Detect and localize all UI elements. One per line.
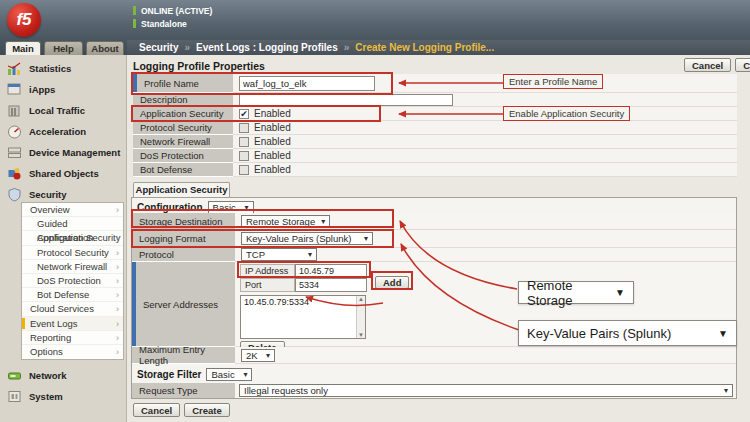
sidebar-item-acceleration[interactable]: Acceleration [0,121,127,142]
callout-key-value-pairs: Key-Value Pairs (Splunk)▼ [518,320,737,346]
server-addresses-listbox[interactable]: 10.45.0.79:5334 ▲▼ [240,295,366,339]
sidebar-item-statistics[interactable]: Statistics [0,58,127,79]
server-addresses-label: Server Addresses [132,262,235,347]
storage-filter-heading: Storage Filter [137,369,201,380]
enabled-text: Enabled [254,150,291,161]
description-label: Description [133,93,233,107]
sidebar-item-device-management[interactable]: Device Management [0,142,127,163]
sidebar: Statistics iApps Local Traffic Accelerat… [0,55,127,422]
configuration-heading: Configuration [137,202,203,213]
protocol-security-checkbox[interactable] [239,123,249,133]
ip-address-input[interactable] [295,264,367,278]
scroll-up-icon[interactable]: ▲ [358,296,364,302]
dos-protection-checkbox[interactable] [239,151,249,161]
breadcrumb-logging-profiles[interactable]: Event Logs : Logging Profiles [196,42,338,53]
cancel-button-bottom[interactable]: Cancel [133,403,180,417]
logging-format-select[interactable]: Key-Value Pairs (Splunk) [241,232,373,245]
tab-application-security[interactable]: Application Security [133,182,230,197]
submenu-event-logs[interactable]: Event Logs› [22,317,123,331]
row-protocol-security: Protocol Security Enabled [133,121,737,135]
main-tab-strip: Main Help About [0,40,127,55]
sidebar-item-label: Security [29,189,67,200]
device-status: ONLINE (ACTIVE) Standalone [133,5,212,31]
profile-name-label: Profile Name [133,74,233,93]
row-logging-format: Logging Format Key-Value Pairs (Splunk) [132,230,736,248]
submenu-application-security[interactable]: Application Security› [22,231,123,245]
application-security-panel: Configuration Basic Storage Destination … [131,197,737,399]
enabled-text: Enabled [254,136,291,147]
network-firewall-checkbox[interactable] [239,137,249,147]
chevron-right-icon: › [116,288,119,302]
status-standalone-text: Standalone [141,19,187,29]
submenu-reporting[interactable]: Reporting› [22,331,123,345]
breadcrumb-separator-icon: » [184,42,190,53]
row-bot-defense: Bot Defense Enabled [133,163,737,177]
breadcrumb-security[interactable]: Security [139,42,178,53]
storage-destination-label: Storage Destination [132,213,235,230]
f5-bigip-window: f5 ONLINE (ACTIVE) Standalone Main Help … [0,0,750,422]
submenu-guided-configuration[interactable]: Guided Configuration [22,217,123,231]
statistics-icon [7,61,22,76]
sidebar-item-label: Statistics [29,63,71,74]
server-address-list-item[interactable]: 10.45.0.79:5334 [241,296,365,308]
main-content: Cancel Create Logging Profile Properties… [127,55,750,422]
cancel-button-top[interactable]: Cancel [684,58,731,72]
chevron-right-icon: › [116,260,119,274]
system-icon [7,389,22,404]
sidebar-item-label: System [29,391,63,402]
shared-objects-icon [7,166,22,181]
sidebar-item-network[interactable]: Network [0,365,127,386]
storage-destination-select[interactable]: Remote Storage [241,215,330,228]
enabled-text: Enabled [254,164,291,175]
add-button[interactable]: Add [375,276,409,289]
request-type-select[interactable]: Illegal requests only [239,384,733,397]
protocol-select[interactable]: TCP [241,248,317,261]
scroll-down-icon[interactable]: ▼ [358,332,364,338]
application-security-checkbox[interactable] [239,109,249,119]
row-dos-protection: DoS Protection Enabled [133,149,737,163]
listbox-scrollbar[interactable]: ▲▼ [356,296,365,338]
chevron-down-icon: ▼ [718,328,728,339]
bot-defense-checkbox[interactable] [239,165,249,175]
chevron-right-icon: › [116,203,119,217]
submenu-protocol-security[interactable]: Protocol Security› [22,246,123,260]
chevron-right-icon: › [116,331,119,345]
create-button-top[interactable]: Create [735,58,750,72]
submenu-dos-protection[interactable]: DoS Protection› [22,274,123,288]
row-request-type: Request Type Illegal requests only [132,383,736,398]
submenu-options[interactable]: Options› [22,345,123,359]
row-protocol: Protocol TCP [132,248,736,262]
profile-name-input[interactable] [239,76,375,91]
device-management-icon [7,145,22,160]
note-enable-application-security: Enable Application Security [503,106,630,121]
sidebar-item-label: Acceleration [29,126,86,137]
maximum-entry-length-select[interactable]: 2K [241,349,275,362]
submenu-network-firewall[interactable]: Network Firewall› [22,260,123,274]
submenu-bot-defense[interactable]: Bot Defense› [22,288,123,302]
port-input[interactable] [295,278,367,292]
port-label: Port [240,278,295,292]
submenu-overview[interactable]: Overview› [22,203,123,217]
breadcrumb: Security » Event Logs : Logging Profiles… [127,40,750,55]
protocol-label: Protocol [132,248,235,262]
top-header-bar: f5 ONLINE (ACTIVE) Standalone [0,0,750,40]
chevron-right-icon: › [116,231,119,245]
status-green-bar-icon [133,19,136,28]
logging-profile-properties-table: Profile Name Description Application Sec… [133,74,737,177]
tab-about[interactable]: About [86,41,124,55]
tab-main[interactable]: Main [5,41,41,55]
protocol-security-label: Protocol Security [133,121,233,135]
create-button-bottom[interactable]: Create [184,403,230,417]
row-storage-destination: Storage Destination Remote Storage [132,213,736,230]
logging-format-label: Logging Format [132,230,235,248]
submenu-cloud-services[interactable]: Cloud Services› [22,302,123,316]
sidebar-item-shared-objects[interactable]: Shared Objects [0,163,127,184]
sidebar-item-system[interactable]: System [0,386,127,407]
tab-help[interactable]: Help [44,41,83,55]
sidebar-item-iapps[interactable]: iApps [0,79,127,100]
sidebar-item-local-traffic[interactable]: Local Traffic [0,100,127,121]
storage-filter-level-select[interactable]: Basic [206,368,252,381]
description-input[interactable] [239,94,453,106]
sidebar-item-label: Shared Objects [29,168,99,179]
security-submenu: Overview› Guided Configuration Applicati… [21,202,124,360]
